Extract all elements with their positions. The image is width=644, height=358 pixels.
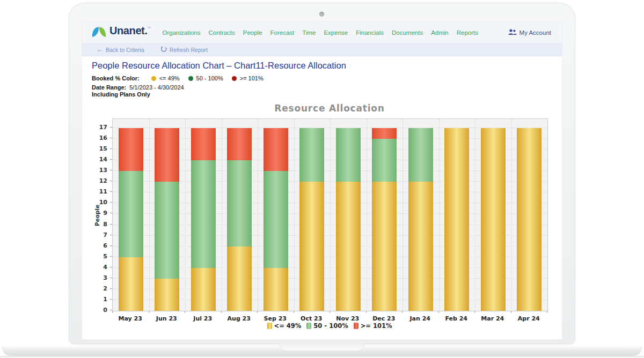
y-tick-label: 15	[99, 146, 107, 152]
nav-item-organizations[interactable]: Organizations	[163, 29, 201, 36]
bar-segment	[191, 128, 216, 160]
unanet-logo[interactable]: Unanet. ™	[92, 25, 151, 40]
bar-segment	[336, 128, 361, 182]
x-tick-mark	[474, 311, 475, 313]
gridline-vertical	[222, 119, 222, 311]
gridline-vertical	[439, 119, 440, 311]
nav-item-financials[interactable]: Financials	[356, 29, 384, 36]
bar-segment	[119, 128, 143, 171]
gridline-vertical	[402, 119, 403, 311]
x-tick-mark	[330, 311, 330, 313]
gridline-vertical	[294, 119, 295, 311]
legend-label: <= 49%	[274, 322, 302, 330]
nav-item-contracts[interactable]: Contracts	[209, 29, 235, 36]
gridline-vertical	[511, 119, 512, 311]
bar-segment	[119, 171, 143, 257]
bar-segment	[227, 247, 252, 311]
refresh-report-label: Refresh Report	[170, 47, 208, 53]
y-tick-label: 10	[99, 199, 107, 206]
x-tick-mark	[294, 311, 294, 313]
booked-legend-item: >= 101%	[232, 75, 264, 81]
nav-item-expense[interactable]: Expense	[324, 29, 348, 36]
unanet-logo-text: Unanet.	[109, 25, 148, 37]
booked-legend-dot-icon	[232, 76, 237, 81]
bar-segment	[264, 268, 288, 311]
gridline-vertical	[330, 119, 331, 311]
x-tick-mark	[547, 311, 547, 313]
including-plans-note: Including Plans Only	[92, 91, 150, 98]
bar-segment	[264, 171, 288, 268]
back-to-criteria-label: Back to Criteria	[106, 47, 144, 53]
y-tick-label: 16	[99, 135, 107, 141]
bar-segment	[372, 128, 397, 139]
nav-item-time[interactable]: Time	[302, 29, 316, 36]
y-tick-label: 9	[103, 210, 107, 217]
x-tick-mark	[221, 311, 222, 313]
x-tick-mark	[438, 311, 439, 313]
bar-segment	[481, 128, 506, 311]
booked-legend-dot-icon	[188, 76, 193, 81]
y-tick-label: 6	[103, 243, 107, 249]
bar-segment	[227, 128, 252, 160]
gridline-vertical	[149, 119, 150, 311]
page-title: People Resource Allocation Chart – Chart…	[92, 61, 346, 71]
booked-legend-label: <= 49%	[159, 75, 180, 81]
nav-item-reports[interactable]: Reports	[457, 29, 478, 36]
refresh-report-button[interactable]: Refresh Report	[160, 46, 208, 54]
nav-item-forecast[interactable]: Forecast	[270, 29, 295, 36]
plot-area	[112, 118, 548, 311]
my-account-label: My Account	[519, 29, 551, 36]
booked-color-row: Booked % Color: <= 49%50 - 100%>= 101%	[92, 75, 264, 81]
desk-surface-line	[0, 356, 644, 357]
my-account-button[interactable]: My Account	[508, 29, 551, 36]
legend-swatch	[267, 323, 272, 329]
back-to-criteria-button[interactable]: ← Back to Criteria	[96, 47, 144, 53]
nav-item-people[interactable]: People	[243, 29, 262, 36]
bar-segment	[227, 160, 252, 246]
legend-item: 50 - 100%	[306, 322, 348, 330]
nav-item-documents[interactable]: Documents	[392, 29, 423, 36]
booked-legend-label: >= 101%	[240, 75, 264, 81]
legend-swatch	[306, 323, 311, 329]
nav-item-admin[interactable]: Admin	[431, 29, 449, 36]
bar-segment	[299, 128, 324, 182]
bar-segment	[408, 182, 433, 311]
booked-legend: <= 49%50 - 100%>= 101%	[143, 75, 264, 81]
top-navbar: Unanet. ™ OrganizationsContractsPeopleFo…	[82, 21, 562, 44]
laptop-screen: Unanet. ™ OrganizationsContractsPeopleFo…	[69, 3, 575, 344]
y-tick-label: 5	[103, 253, 107, 260]
y-tick-label: 17	[99, 124, 107, 131]
date-range-value: 5/1/2023 - 4/30/2024	[129, 84, 184, 91]
y-tick-label: 7	[103, 232, 107, 238]
gridline-vertical	[258, 119, 258, 311]
y-tick-label: 4	[103, 264, 107, 271]
laptop-base-notch	[279, 344, 365, 351]
y-tick-label: 8	[103, 221, 107, 228]
x-tick-mark	[366, 311, 367, 313]
bar-segment	[372, 139, 397, 182]
legend-label: 50 - 100%	[313, 322, 348, 330]
bar-segment	[155, 279, 179, 311]
back-arrow-icon: ←	[96, 47, 103, 53]
bar-segment	[155, 128, 179, 182]
date-range-label: Date Range:	[92, 84, 126, 91]
y-tick-label: 11	[99, 189, 107, 195]
legend-label: >= 101%	[361, 322, 392, 330]
x-tick-mark	[149, 311, 149, 313]
bar-segment	[444, 128, 469, 311]
legend-swatch	[354, 323, 358, 329]
browser-viewport: Unanet. ™ OrganizationsContractsPeopleFo…	[82, 21, 562, 339]
y-axis: 01234567891011121314151617	[84, 118, 112, 310]
unanet-trademark: ™	[148, 26, 151, 29]
gridline-vertical	[367, 119, 367, 311]
chart-title: Resource Allocation	[112, 103, 547, 114]
refresh-icon	[160, 46, 167, 54]
x-tick-mark	[511, 311, 511, 313]
bar-segment	[408, 128, 433, 182]
date-range-row: Date Range: 5/1/2023 - 4/30/2024	[92, 84, 184, 91]
unanet-logo-mark-icon	[92, 25, 106, 40]
booked-color-label: Booked % Color:	[92, 75, 140, 81]
gridline-vertical	[185, 119, 186, 311]
booked-legend-label: 50 - 100%	[196, 75, 223, 81]
bar-segment	[264, 128, 288, 171]
